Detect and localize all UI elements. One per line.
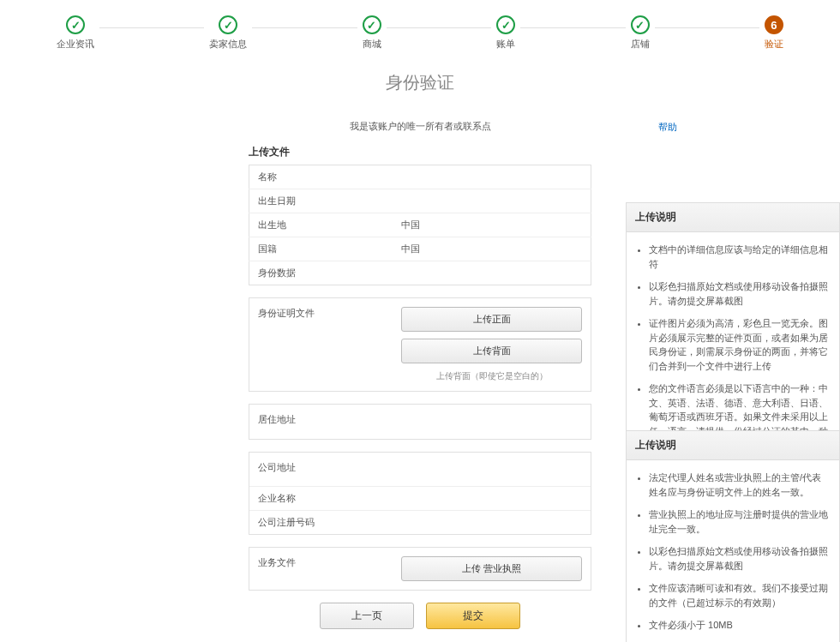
table-row: 出生地中国 (249, 213, 591, 237)
residence-address-block: 居住地址 (249, 404, 591, 440)
business-document-label: 业务文件 (249, 548, 393, 590)
field-value (393, 261, 591, 285)
table-row: 身份数据 (249, 261, 591, 285)
check-icon (496, 15, 515, 34)
table-row: 国籍中国 (249, 237, 591, 261)
list-item: 证件图片必须为高清，彩色且一览无余。图片必须展示完整的证件页面，或者如果为居民身… (649, 316, 831, 373)
field-label: 身份数据 (249, 261, 393, 285)
field-value: 中国 (393, 237, 591, 261)
field-label: 名称 (249, 165, 393, 189)
step-company-info: 企业资讯 (51, 15, 99, 51)
step-label: 验证 (765, 38, 783, 51)
submit-button[interactable]: 提交 (426, 603, 520, 629)
list-item: 法定代理人姓名或营业执照上的主管/代表姓名应与身份证明文件上的姓名一致。 (649, 471, 831, 499)
identity-info-table: 名称 出生日期 出生地中国 国籍中国 身份数据 (249, 165, 591, 285)
upload-front-button[interactable]: 上传正面 (401, 307, 582, 332)
company-info-block: 公司地址 企业名称 公司注册号码 (249, 452, 591, 535)
upload-back-button[interactable]: 上传背面 (401, 339, 582, 363)
panel-title: 上传说明 (627, 431, 839, 460)
action-bar: 上一页 提交 (249, 603, 591, 629)
field-value: 中国 (393, 213, 591, 237)
step-label: 卖家信息 (209, 38, 247, 51)
business-document-block: 业务文件 上传 营业执照 (249, 547, 591, 591)
list-item: 以彩色扫描原始文档或使用移动设备拍摄照片。请勿提交屏幕截图 (649, 544, 831, 573)
step-seller-info: 卖家信息 (204, 15, 252, 51)
company-address-label: 公司地址 (249, 453, 393, 486)
account-owner-statement: 我是该账户的唯一所有者或联系点 (249, 120, 591, 133)
page-title: 身份验证 (249, 71, 591, 94)
field-label: 国籍 (249, 237, 393, 261)
step-label: 账单 (496, 38, 515, 51)
list-item: 文件应该清晰可读和有效。我们不接受过期的文件（已超过标示的有效期） (649, 581, 831, 609)
panel-title: 上传说明 (627, 203, 839, 232)
progress-steps: 企业资讯 卖家信息 商城 账单 店铺 6 验证 (0, 0, 840, 54)
table-row: 名称 (249, 165, 591, 189)
previous-button[interactable]: 上一页 (320, 603, 414, 629)
step-marketplace: 商城 (357, 15, 387, 51)
id-document-block: 身份证明文件 上传正面 上传背面 上传背面（即使它是空白的） (249, 297, 591, 392)
instructions-list: 法定代理人姓名或营业执照上的主管/代表姓名应与身份证明文件上的姓名一致。 营业执… (632, 471, 831, 642)
list-item: 营业执照上的地址应与注册时提供的营业地址完全一致。 (649, 507, 831, 536)
list-item: 文档中的详细信息应该与给定的详细信息相符 (649, 243, 831, 271)
company-name-label: 企业名称 (249, 487, 393, 510)
step-number-icon: 6 (765, 15, 783, 34)
field-label: 出生日期 (249, 189, 393, 213)
upload-back-hint: 上传背面（即使它是空白的） (401, 370, 582, 382)
main-content: 身份验证 帮助 我是该账户的唯一所有者或联系点 上传文件 名称 出生日期 出生地… (163, 71, 677, 642)
check-icon (363, 15, 381, 34)
step-label: 店铺 (631, 38, 650, 51)
field-label: 出生地 (249, 213, 393, 237)
company-reg-label: 公司注册号码 (249, 511, 393, 534)
list-item: 以彩色扫描原始文档或使用移动设备拍摄照片。请勿提交屏幕截图 (649, 279, 831, 308)
check-icon (631, 15, 650, 34)
id-document-label: 身份证明文件 (249, 298, 393, 328)
upload-section-title: 上传文件 (249, 145, 591, 159)
table-row: 出生日期 (249, 189, 591, 213)
field-value (393, 165, 591, 189)
upload-license-button[interactable]: 上传 营业执照 (401, 556, 582, 581)
help-link[interactable]: 帮助 (658, 121, 677, 134)
step-label: 商城 (363, 38, 381, 51)
step-label: 企业资讯 (57, 38, 94, 51)
list-item: 文件必须小于 10MB (649, 618, 831, 633)
residence-address-label: 居住地址 (249, 405, 393, 439)
upload-instructions-panel-2: 上传说明 法定代理人姓名或营业执照上的主管/代表姓名应与身份证明文件上的姓名一致… (626, 430, 840, 642)
step-store: 店铺 (626, 15, 655, 51)
step-verification: 6 验证 (759, 15, 789, 51)
field-value (393, 189, 591, 213)
check-icon (219, 15, 237, 34)
step-billing: 账单 (491, 15, 520, 51)
check-icon (66, 15, 85, 34)
